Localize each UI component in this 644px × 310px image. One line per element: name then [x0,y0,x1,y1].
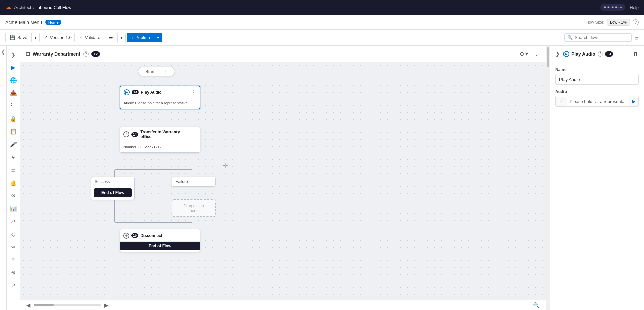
expand-icon: ❮ [1,49,5,55]
horizontal-scrollbar[interactable] [34,304,101,306]
canvas[interactable]: Start ⋮ ▶ 13 Play Audio ⋮ Audio: Please … [20,62,546,300]
main-layout: ❮ ❯ ▶ 🌐 📥 🛡 🔒 📋 🎤 # ☰ 🔔 ⊗ 📊 ⇄ ◇ ∞ ≡ ⊕ ↗ … [0,46,644,310]
sidebar-item-hash[interactable]: # [7,151,20,163]
filter-icon[interactable]: ⊟ [634,34,639,41]
validate-icon: ✓ [79,35,83,40]
right-panel-back-button[interactable]: ❯ [554,49,561,58]
play-audio-badge: 13 [132,90,139,94]
play-audio-body: Audio: Please hold for a representative [120,98,200,108]
flow-name-info-icon[interactable]: ? [83,51,89,57]
sidebar-item-alert[interactable]: 🔔 [7,177,20,189]
disconnect-menu[interactable]: ⋮ [191,232,197,239]
canvas-header-left: ⊞ Warranty Department ? 12 [26,51,100,57]
audio-field-container: 📄 ▶ [555,96,639,107]
scroll-right-button[interactable]: ▶ [102,301,110,309]
name-field-input[interactable] [555,74,639,85]
sidebar-item-diamond[interactable]: ◇ [7,228,20,240]
vertical-scrollbar[interactable] [546,46,550,310]
topnav-left: ☁ Architect / Inbound Call Flow [5,4,71,11]
end-flow-success-button[interactable]: End of Flow [94,188,132,197]
transfer-body: Number: 800-555-1212 [120,142,200,152]
version-icon: ✓ [44,35,48,40]
app-logo: ☁ [5,4,11,11]
search-flow-container: 🔍 [564,33,632,42]
org-chart-button[interactable]: ⊕ ▾ [518,49,529,58]
play-audio-header: ▶ 13 Play Audio ⋮ [120,86,200,98]
audio-field-input[interactable] [567,97,629,106]
chevron-down-icon: ▾ [620,5,622,10]
sidebar-item-external[interactable]: ↗ [7,279,20,291]
list-button[interactable]: ☰ [105,33,117,42]
sidebar-item-mic[interactable]: 🎤 [7,138,20,150]
flow-badge: 12 [91,51,100,57]
disconnect-title: Disconnect [140,233,189,238]
disconnect-body: End of Flow [120,242,200,252]
play-audio-icon: ▶ [124,89,130,95]
right-panel-info-icon[interactable]: ? [598,51,603,57]
sidebar-item-list[interactable]: ☰ [7,164,20,176]
transfer-title: Transfer to Warranty office [140,130,189,139]
sidebar-expand-icon[interactable]: ❯ [7,49,20,61]
breadcrumb-current: Inbound Call Flow [36,5,71,10]
sidebar-item-document[interactable]: 📋 [7,125,20,137]
canvas-menu-button[interactable]: ⋮ [532,49,540,58]
sidebar-item-flow[interactable]: ▶ [7,61,20,73]
success-branch-node[interactable]: Success End of Flow [91,177,135,200]
search-flow-input[interactable] [575,35,629,40]
drag-placeholder[interactable]: Drag action here [172,199,216,217]
transfer-header: ↗ 14 Transfer to Warranty office ⋮ [120,127,200,142]
right-panel: ❯ ▶ Play Audio ? 13 🗑 Name Audio 📄 ▶ [550,46,644,310]
breadcrumb-parent[interactable]: Architect [14,5,31,10]
audio-play-button[interactable]: ▶ [629,96,638,106]
flow-size-value: Low - 1% [607,19,630,26]
save-dropdown-button[interactable]: ▾ [31,33,40,42]
scroll-left-button[interactable]: ◀ [24,301,32,309]
play-audio-node[interactable]: ▶ 13 Play Audio ⋮ Audio: Please hold for… [120,86,200,109]
version-button[interactable]: ✓ Version 1.0 [41,33,75,42]
list-group: ☰ ▾ [105,33,126,42]
sidebar-item-menu[interactable]: ≡ [7,253,20,266]
transfer-node[interactable]: ↗ 14 Transfer to Warranty office ⋮ Numbe… [120,127,200,153]
sidebar-item-lock[interactable]: 🔒 [7,113,20,125]
flow-size-help-icon[interactable]: ? [633,19,639,25]
sidebar-item-infinity[interactable]: ∞ [7,241,20,253]
right-panel-delete-button[interactable]: 🗑 [632,50,640,58]
list-icon: ☰ [109,35,113,40]
failure-branch-node[interactable]: Failure ⋮ [172,177,216,187]
sidebar-item-chart[interactable]: 📊 [7,202,20,214]
connectors [20,62,424,300]
audio-field-label: Audio [555,89,639,94]
list-dropdown-button[interactable]: ▾ [117,33,126,42]
publish-button[interactable]: ↑ Publish [127,33,154,42]
disconnect-node[interactable]: ⊗ 15 Disconnect ⋮ End of Flow [120,229,200,252]
audio-doc-icon: 📄 [556,97,567,106]
failure-menu[interactable]: ⋮ [208,179,212,184]
sidebar-item-prohibited[interactable]: ⊗ [7,189,20,202]
sidebar-item-org[interactable]: ⊕ [7,266,20,278]
help-button[interactable]: Help [630,5,639,10]
play-audio-menu[interactable]: ⋮ [191,89,196,95]
breadcrumb-separator: / [33,5,35,10]
transfer-menu[interactable]: ⋮ [191,131,197,138]
sidebar-item-split[interactable]: ⇄ [7,215,20,227]
save-button[interactable]: 💾 Save [5,33,31,42]
sidebar-item-inbox[interactable]: 📥 [7,87,20,99]
right-panel-body: Name Audio 📄 ▶ [550,62,644,310]
left-expand-button[interactable]: ❮ [0,46,7,310]
sidebar-item-globe[interactable]: 🌐 [7,74,20,86]
home-tag[interactable]: Home [45,20,61,25]
scrollbar-thumb [34,304,54,306]
publish-dropdown-button[interactable]: ▾ [154,33,162,42]
user-name: ••••• ••••• [604,5,619,10]
user-menu[interactable]: ••••• ••••• ▾ [600,4,625,11]
appbar-right: Flow Size: Low - 1% ? [586,19,639,26]
sidebar-item-shield[interactable]: 🛡 [7,100,20,112]
start-node[interactable]: Start ⋮ [138,67,175,76]
toolbar-left: 💾 Save ▾ ✓ Version 1.0 ✓ Validate ☰ ▾ [5,33,162,42]
right-panel-play-icon: ▶ [563,51,569,57]
validate-button[interactable]: ✓ Validate [76,33,103,42]
search-icon: 🔍 [567,35,573,40]
start-menu-icon[interactable]: ⋮ [164,69,168,74]
zoom-out-button[interactable]: 🔍 [531,301,542,309]
save-group: 💾 Save ▾ [5,33,40,42]
